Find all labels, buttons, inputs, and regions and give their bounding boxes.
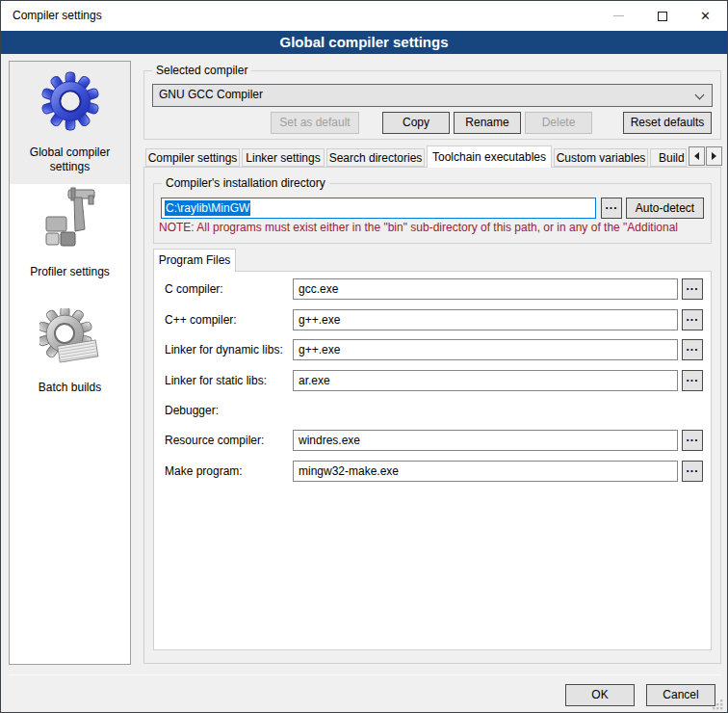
minimize-button[interactable] — [597, 1, 640, 31]
sidebar-item-profiler-settings[interactable]: Profiler settings — [10, 185, 130, 305]
static-linker-input[interactable] — [293, 370, 678, 391]
tab-custom-variables[interactable]: Custom variables — [554, 148, 648, 167]
close-button[interactable]: ✕ — [684, 1, 727, 31]
sidebar-item-batch-builds[interactable]: Batch builds — [10, 305, 130, 426]
tab-program-files[interactable]: Program Files — [153, 249, 236, 272]
set-as-default-button[interactable]: Set as default — [271, 112, 359, 134]
cancel-button[interactable]: Cancel — [646, 684, 715, 706]
selected-path-text: C:\raylib\MinGW — [165, 200, 250, 216]
window-controls: ✕ — [597, 1, 727, 31]
resource-compiler-browse-button[interactable]: ... — [682, 430, 703, 451]
copy-button[interactable]: Copy — [382, 112, 450, 134]
c-compiler-input[interactable] — [293, 278, 678, 300]
arrow-left-icon — [694, 152, 699, 160]
ok-button[interactable]: OK — [565, 684, 635, 706]
c-compiler-browse-button[interactable]: ... — [682, 278, 703, 300]
cpp-compiler-label: C++ compiler: — [165, 309, 237, 330]
tab-compiler-settings[interactable]: Compiler settings — [145, 148, 240, 167]
make-program-input[interactable] — [293, 461, 678, 482]
tab-build-options[interactable]: Build options — [650, 148, 687, 167]
debugger-label: Debugger: — [165, 400, 219, 421]
resource-compiler-input[interactable] — [293, 430, 678, 451]
group-legend: Selected compiler — [152, 64, 251, 78]
tab-scroll-left-button[interactable] — [689, 146, 705, 166]
blue-gear-icon — [40, 71, 100, 131]
sidebar-item-label: Profiler settings — [17, 265, 123, 279]
auto-detect-button[interactable]: Auto-detect — [626, 198, 704, 219]
make-program-browse-button[interactable]: ... — [682, 461, 703, 482]
caliper-icon — [39, 187, 101, 249]
c-compiler-label: C compiler: — [165, 278, 223, 300]
resource-compiler-label: Resource compiler: — [165, 430, 264, 451]
tab-scroll-right-button[interactable] — [706, 146, 722, 166]
sidebar-item-label: Batch builds — [17, 381, 123, 395]
maximize-button[interactable] — [640, 1, 684, 31]
cpp-compiler-browse-button[interactable]: ... — [682, 309, 703, 330]
tab-linker-settings[interactable]: Linker settings — [242, 148, 325, 167]
settings-category-list: Global compiler settings Profiler settin… — [9, 61, 131, 665]
reset-defaults-button[interactable]: Reset defaults — [623, 112, 712, 134]
arrow-right-icon — [712, 152, 716, 160]
maximize-icon — [658, 12, 667, 21]
group-legend: Compiler's installation directory — [162, 176, 329, 191]
compiler-select-value: GNU GCC Compiler — [159, 88, 263, 101]
sidebar-item-global-compiler-settings[interactable]: Global compiler settings — [10, 62, 130, 184]
compiler-settings-dialog: Compiler settings ✕ Global compiler sett… — [0, 0, 728, 713]
rename-button[interactable]: Rename — [454, 112, 521, 134]
dynamic-linker-browse-button[interactable]: ... — [682, 339, 703, 360]
browse-directory-button[interactable]: ... — [601, 198, 622, 219]
chevron-down-icon — [695, 91, 705, 100]
tab-search-directories[interactable]: Search directories — [326, 148, 425, 167]
resize-grip[interactable] — [711, 698, 723, 710]
delete-button[interactable]: Delete — [525, 112, 592, 134]
tab-toolchain-executables[interactable]: Toolchain executables — [427, 145, 552, 168]
make-program-label: Make program: — [165, 461, 243, 482]
static-linker-browse-button[interactable]: ... — [682, 370, 703, 391]
sidebar-item-label: Global compiler settings — [17, 145, 123, 174]
title-bar[interactable]: Compiler settings ✕ — [1, 1, 727, 31]
dynamic-linker-label: Linker for dynamic libs: — [165, 339, 283, 360]
cpp-compiler-input[interactable] — [293, 309, 678, 330]
dynamic-linker-input[interactable] — [293, 339, 678, 360]
page-title: Global compiler settings — [1, 31, 727, 54]
footer-divider — [9, 674, 721, 675]
close-icon: ✕ — [700, 10, 711, 22]
minimize-icon — [613, 15, 624, 16]
static-linker-label: Linker for static libs: — [165, 370, 267, 391]
gray-gear-stack-icon — [39, 308, 101, 370]
bin-subdirectory-note: NOTE: All programs must exist either in … — [159, 221, 710, 236]
compiler-select[interactable]: GNU GCC Compiler — [152, 84, 713, 107]
window-title: Compiler settings — [13, 1, 102, 31]
installation-directory-input[interactable]: C:\raylib\MinGW — [161, 198, 596, 219]
